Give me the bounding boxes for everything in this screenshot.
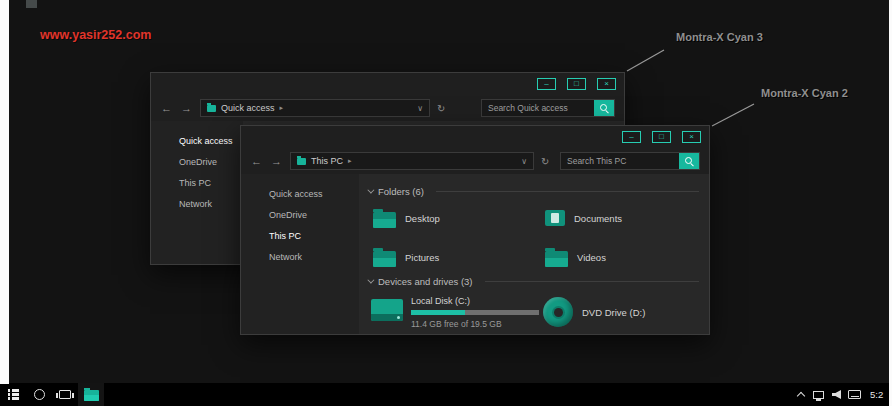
close-button[interactable]: × — [682, 131, 701, 143]
back-button[interactable]: ← — [160, 102, 173, 114]
maximize-button[interactable]: □ — [567, 78, 586, 90]
taskbar-clock[interactable]: 5:2 — [870, 389, 890, 400]
folder-tile-pictures[interactable]: Pictures — [373, 246, 545, 268]
forward-button[interactable]: → — [180, 102, 193, 114]
cortana-button[interactable] — [26, 383, 52, 406]
window-chrome: – □ × ← → Quick access ▸ ∨ ↻ Search Quic… — [151, 73, 624, 121]
search-button[interactable] — [594, 100, 614, 116]
documents-folder-icon — [545, 210, 565, 226]
drive-tile-dvd[interactable]: DVD Drive (D:) — [543, 295, 699, 329]
task-view-icon — [59, 390, 71, 399]
caption-buttons: – □ × — [622, 131, 701, 143]
drive-info: Local Disk (C:) 11.4 GB free of 19.5 GB — [411, 295, 539, 329]
touch-keyboard-button[interactable] — [847, 383, 862, 406]
chevron-down-icon[interactable] — [367, 276, 374, 283]
breadcrumb[interactable]: Quick access — [221, 103, 275, 113]
chevron-up-icon — [796, 392, 804, 400]
section-title: Devices and drives (3) — [378, 276, 473, 287]
refresh-icon[interactable]: ↻ — [541, 156, 549, 167]
desktop-folder-icon — [373, 212, 396, 228]
breadcrumb[interactable]: This PC — [311, 156, 343, 166]
watermark-text: www.yasir252.com — [40, 28, 151, 42]
devices-grid: Local Disk (C:) 11.4 GB free of 19.5 GB … — [371, 295, 699, 329]
titlebar[interactable]: – □ × — [151, 73, 624, 95]
desktop-icon-partial[interactable] — [26, 0, 37, 8]
file-list-pane: Folders (6) Desktop Documents Pictures — [359, 174, 709, 334]
drive-label: DVD Drive (D:) — [582, 307, 645, 318]
disk-usage-bar — [411, 310, 539, 315]
annotation-line-cyan3 — [627, 50, 664, 71]
folder-tile-videos[interactable]: Videos — [545, 246, 699, 268]
folder-tile-documents[interactable]: Documents — [545, 207, 699, 229]
volume-tray-button[interactable] — [829, 383, 844, 406]
folders-grid: Desktop Documents Pictures Videos — [373, 207, 699, 268]
file-explorer-icon — [84, 390, 99, 401]
disk-usage-fill — [411, 310, 465, 315]
forward-button[interactable]: → — [270, 155, 283, 167]
close-button[interactable]: × — [597, 78, 616, 90]
back-button[interactable]: ← — [250, 155, 263, 167]
devices-section-header[interactable]: Devices and drives (3) — [367, 274, 699, 288]
section-divider — [436, 191, 699, 192]
chevron-right-icon[interactable]: ▸ — [348, 157, 352, 165]
speaker-icon — [832, 390, 841, 399]
refresh-icon[interactable]: ↻ — [437, 103, 445, 114]
window-body: Quick access OneDrive This PC Network Fo… — [241, 174, 709, 334]
drive-free-space: 11.4 GB free of 19.5 GB — [411, 319, 539, 329]
sidebar-item-quick-access[interactable]: Quick access — [151, 131, 243, 152]
folder-tile-desktop[interactable]: Desktop — [373, 207, 545, 229]
search-button[interactable] — [679, 153, 699, 169]
address-toolbar: ← → This PC ▸ ∨ ↻ Search This PC — [241, 148, 709, 174]
drive-label: Local Disk (C:) — [411, 296, 539, 306]
tile-label: Pictures — [405, 252, 439, 263]
sidebar-item-onedrive[interactable]: OneDrive — [151, 152, 243, 173]
left-edge-strip — [0, 0, 9, 384]
sidebar-item-network[interactable]: Network — [241, 247, 359, 268]
search-box[interactable]: Search This PC — [560, 152, 700, 170]
annotation-line-cyan2 — [712, 104, 754, 126]
drive-tile-local-disk[interactable]: Local Disk (C:) 11.4 GB free of 19.5 GB — [371, 295, 543, 329]
show-hidden-icons-button[interactable] — [793, 383, 808, 406]
start-button[interactable] — [0, 383, 26, 406]
chevron-right-icon[interactable]: ▸ — [280, 104, 284, 112]
minimize-button[interactable]: – — [537, 78, 556, 90]
address-dropdown-icon[interactable]: ∨ — [417, 104, 423, 113]
chevron-down-icon[interactable] — [367, 186, 374, 193]
file-explorer-taskbar-button[interactable] — [78, 383, 104, 406]
tile-label: Desktop — [405, 213, 440, 224]
folders-section-header[interactable]: Folders (6) — [367, 184, 699, 198]
tile-label: Videos — [577, 252, 606, 263]
sidebar-item-quick-access[interactable]: Quick access — [241, 184, 359, 205]
videos-folder-icon — [545, 251, 568, 267]
desktop: www.yasir252.com Montra-X Cyan 3 Montra-… — [0, 0, 892, 406]
minimize-button[interactable]: – — [622, 131, 641, 143]
sidebar-item-onedrive[interactable]: OneDrive — [241, 205, 359, 226]
window-chrome: – □ × ← → This PC ▸ ∨ ↻ Search This PC — [241, 126, 709, 174]
hard-drive-icon — [371, 299, 403, 321]
address-dropdown-icon[interactable]: ∨ — [521, 157, 527, 166]
navigation-pane: Quick access OneDrive This PC Network — [151, 121, 243, 264]
maximize-button[interactable]: □ — [652, 131, 671, 143]
this-pc-icon — [297, 158, 306, 165]
address-bar[interactable]: This PC ▸ ∨ — [290, 152, 534, 170]
address-bar[interactable]: Quick access ▸ ∨ — [200, 99, 430, 117]
caption-buttons: – □ × — [537, 78, 616, 90]
sidebar-item-this-pc[interactable]: This PC — [151, 173, 243, 194]
titlebar[interactable]: – □ × — [241, 126, 709, 148]
search-icon — [685, 157, 694, 166]
search-placeholder: Search This PC — [567, 156, 626, 166]
dvd-drive-icon — [543, 297, 573, 327]
section-divider — [485, 281, 699, 282]
sidebar-item-this-pc[interactable]: This PC — [241, 226, 359, 247]
taskbar: 5:2 — [0, 383, 892, 406]
sidebar-item-network[interactable]: Network — [151, 194, 243, 215]
network-tray-button[interactable] — [811, 383, 826, 406]
navigation-pane: Quick access OneDrive This PC Network — [241, 174, 359, 334]
explorer-window-front: – □ × ← → This PC ▸ ∨ ↻ Search This PC — [240, 125, 710, 335]
section-title: Folders (6) — [378, 186, 424, 197]
search-placeholder: Search Quick access — [488, 103, 568, 113]
search-box[interactable]: Search Quick access — [481, 99, 615, 117]
task-view-button[interactable] — [52, 383, 78, 406]
annotation-label-cyan3: Montra-X Cyan 3 — [676, 31, 763, 43]
pictures-folder-icon — [373, 251, 396, 267]
